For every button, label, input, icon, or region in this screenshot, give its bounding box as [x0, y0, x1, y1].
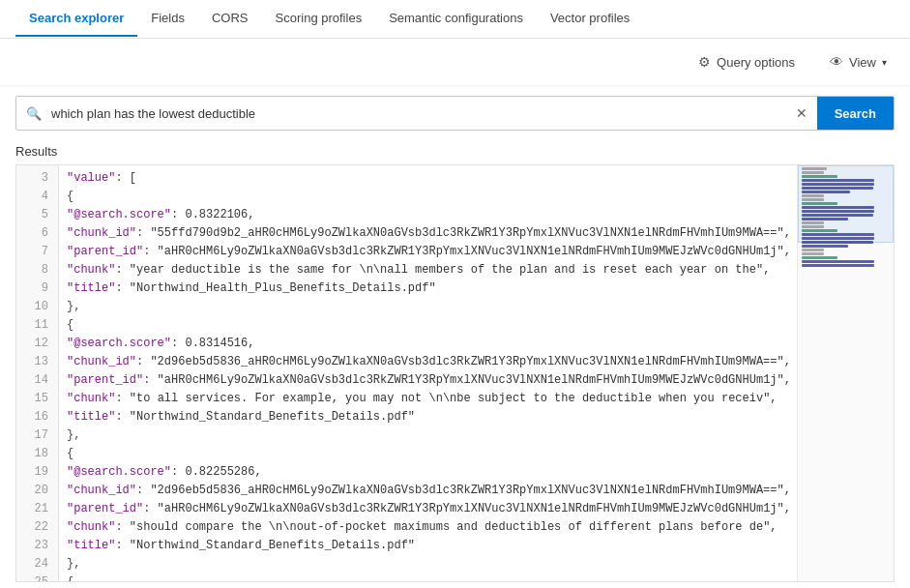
line-number: 20 [16, 482, 58, 500]
line-number: 6 [16, 224, 58, 243]
toolbar: ⚙ Query options 👁 View ▾ [0, 39, 910, 86]
minimap-line [802, 175, 837, 178]
search-button[interactable]: Search [817, 96, 894, 131]
line-number: 14 [16, 371, 58, 390]
minimap [797, 165, 894, 581]
code-line: { [67, 316, 797, 335]
line-number: 7 [16, 243, 58, 261]
line-number: 18 [16, 445, 58, 463]
code-line: "parent_id": "aHR0cHM6Ly9oZWlkaXN0aGVsb3… [67, 243, 797, 261]
line-number: 3 [16, 169, 58, 188]
code-line: "chunk_id": "55ffd790d9b2_aHR0cHM6Ly9oZW… [67, 224, 797, 243]
minimap-line [802, 245, 848, 248]
tab-vector-profiles[interactable]: Vector profiles [537, 1, 643, 37]
line-number: 10 [16, 298, 58, 316]
code-content[interactable]: "value": [ { "@search.score": 0.8322106,… [59, 165, 797, 581]
minimap-line [802, 202, 837, 205]
line-number: 12 [16, 335, 58, 353]
line-number: 22 [16, 518, 58, 537]
minimap-line [802, 179, 874, 182]
minimap-line [802, 183, 874, 186]
minimap-line [802, 191, 850, 193]
code-line: "chunk_id": "2d96eb5d5836_aHR0cHM6Ly9oZW… [67, 353, 797, 371]
code-line: "parent_id": "aHR0cHM6Ly9oZWlkaXN0aGVsb3… [67, 500, 797, 518]
minimap-line [802, 221, 824, 224]
line-number: 8 [16, 261, 58, 279]
line-number: 25 [16, 573, 58, 581]
query-options-button[interactable]: ⚙ Query options [690, 50, 803, 74]
minimap-line [802, 241, 873, 244]
line-number: 5 [16, 206, 58, 224]
minimap-line [802, 171, 824, 174]
line-number: 23 [16, 537, 58, 555]
code-line: }, [67, 426, 797, 445]
minimap-line [802, 187, 873, 190]
top-navigation: Search explorer Fields CORS Scoring prof… [0, 0, 910, 39]
minimap-line [802, 225, 824, 228]
gear-icon: ⚙ [698, 54, 711, 70]
line-number: 21 [16, 500, 58, 518]
code-line: { [67, 188, 797, 206]
line-numbers: 3456789101112131415161718192021222324252… [16, 165, 59, 581]
code-line: "@search.score": 0.8322106, [67, 206, 797, 224]
code-line: "@search.score": 0.82255286, [67, 463, 797, 482]
line-number: 15 [16, 390, 58, 408]
tab-cors[interactable]: CORS [198, 1, 262, 37]
view-label: View [849, 55, 876, 70]
tab-fields[interactable]: Fields [137, 1, 198, 37]
line-number: 13 [16, 353, 58, 371]
minimap-line [802, 206, 874, 209]
search-icon: 🔍 [16, 106, 51, 121]
code-line: { [67, 573, 797, 581]
code-line: "title": "Northwind_Standard_Benefits_De… [67, 408, 797, 426]
code-line: "parent_id": "aHR0cHM6Ly9oZWlkaXN0aGVsb3… [67, 371, 797, 390]
code-line: "value": [ [67, 169, 797, 188]
code-line: "chunk": "to all services. For example, … [67, 390, 797, 408]
minimap-line [802, 256, 837, 259]
tab-semantic-configurations[interactable]: Semantic configurations [375, 1, 537, 37]
search-bar: 🔍 ✕ Search [15, 96, 895, 131]
query-options-label: Query options [717, 55, 795, 70]
line-number: 24 [16, 555, 58, 573]
minimap-line [802, 194, 824, 197]
minimap-line [802, 198, 824, 201]
line-number: 9 [16, 279, 58, 298]
eye-icon: 👁 [830, 54, 843, 70]
code-line: "chunk": "year deductible is the same fo… [67, 261, 797, 279]
view-button[interactable]: 👁 View ▾ [822, 50, 895, 74]
minimap-line [802, 167, 827, 170]
line-number: 16 [16, 408, 58, 426]
minimap-line [802, 249, 824, 251]
clear-button[interactable]: ✕ [786, 105, 817, 121]
line-number: 11 [16, 316, 58, 335]
code-line: { [67, 445, 797, 463]
code-line: "chunk_id": "2d96eb5d5836_aHR0cHM6Ly9oZW… [67, 482, 797, 500]
line-number: 17 [16, 426, 58, 445]
minimap-line [802, 214, 873, 217]
results-container: 3456789101112131415161718192021222324252… [15, 164, 895, 582]
code-line: }, [67, 298, 797, 316]
code-line: "title": "Northwind_Standard_Benefits_De… [67, 537, 797, 555]
results-label: Results [0, 140, 910, 164]
code-line: "title": "Northwind_Health_Plus_Benefits… [67, 279, 797, 298]
minimap-line [802, 252, 824, 255]
minimap-line [802, 210, 874, 213]
minimap-line [802, 229, 837, 232]
minimap-line [802, 260, 874, 263]
line-number: 4 [16, 188, 58, 206]
minimap-line [802, 233, 874, 236]
code-line: }, [67, 555, 797, 573]
tab-search-explorer[interactable]: Search explorer [15, 1, 137, 37]
minimap-line [802, 237, 874, 240]
code-line: "@search.score": 0.8314516, [67, 335, 797, 353]
chevron-down-icon: ▾ [882, 57, 887, 68]
tab-scoring-profiles[interactable]: Scoring profiles [262, 1, 376, 37]
code-line: "chunk": "should compare the \n\nout-of-… [67, 518, 797, 537]
minimap-line [802, 264, 874, 267]
search-input[interactable] [51, 106, 786, 121]
minimap-line [802, 218, 848, 220]
line-number: 19 [16, 463, 58, 482]
